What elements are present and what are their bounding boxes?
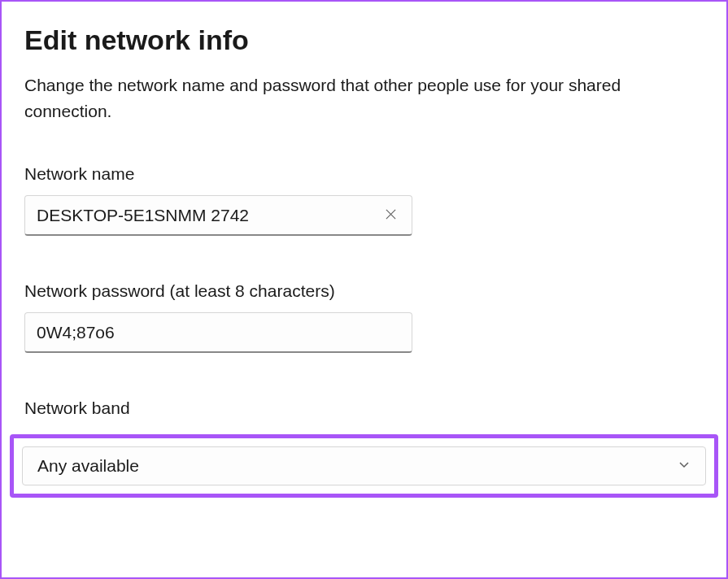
dropdown-selected-value: Any available [37,456,139,476]
close-icon [385,208,397,223]
network-password-input-container [24,312,412,353]
network-name-input[interactable] [37,206,381,225]
network-password-input[interactable] [37,323,400,342]
network-band-label: Network band [24,398,704,418]
page-description: Change the network name and password tha… [24,72,704,124]
dropdown-highlight-box: Any available [10,434,718,498]
network-name-input-container [24,195,412,236]
network-name-section: Network name [24,164,704,236]
network-name-label: Network name [24,164,704,184]
network-password-label: Network password (at least 8 characters) [24,281,704,301]
chevron-down-icon [678,458,691,474]
network-password-section: Network password (at least 8 characters) [24,281,704,353]
clear-button[interactable] [381,206,400,225]
network-band-dropdown[interactable]: Any available [22,446,706,485]
network-band-section: Network band Any available [24,398,704,418]
page-title: Edit network info [24,24,704,56]
